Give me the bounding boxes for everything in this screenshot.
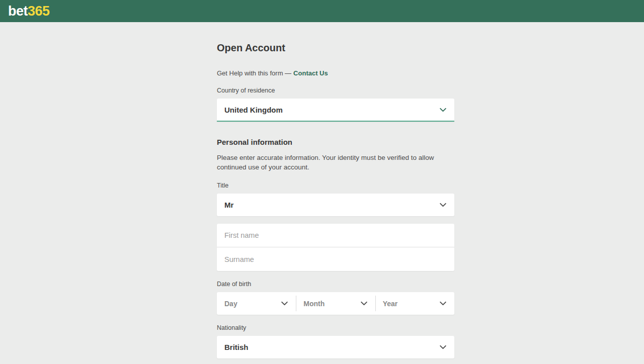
dob-month-value: Month [303, 300, 325, 308]
page-title: Open Account [217, 42, 454, 54]
personal-information-heading: Personal information [217, 138, 454, 146]
first-name-input[interactable] [217, 224, 454, 247]
dob-day-select[interactable]: Day [217, 292, 296, 315]
nationality-select[interactable]: British [217, 336, 454, 358]
title-label: Title [217, 182, 454, 189]
title-select-value: Mr [224, 201, 233, 209]
chevron-down-icon [439, 343, 447, 351]
dob-day-value: Day [224, 300, 237, 308]
nationality-label: Nationality [217, 324, 454, 331]
country-select[interactable]: United Kingdom [217, 99, 454, 122]
logo-text-365: 365 [28, 4, 50, 19]
dob-month-select[interactable]: Month [296, 292, 375, 315]
main-content: Open Account Get Help with this form —Co… [0, 42, 644, 358]
date-of-birth-group: Day Month Year [217, 292, 454, 315]
chevron-down-icon [439, 106, 447, 114]
app-header: bet365 [0, 0, 644, 22]
open-account-form: Open Account Get Help with this form —Co… [217, 42, 454, 358]
chevron-down-icon [439, 201, 447, 209]
chevron-down-icon [439, 299, 447, 308]
dob-year-select[interactable]: Year [375, 292, 454, 315]
nationality-select-value: British [224, 343, 249, 351]
title-select[interactable]: Mr [217, 194, 454, 216]
country-of-residence-label: Country of residence [217, 87, 454, 94]
name-fields-group [217, 224, 454, 271]
surname-input[interactable] [217, 247, 454, 271]
bet365-logo: bet365 [8, 5, 50, 18]
contact-us-link[interactable]: Contact Us [293, 69, 328, 77]
chevron-down-icon [360, 299, 368, 308]
help-line: Get Help with this form —Contact Us [217, 69, 454, 77]
country-select-value: United Kingdom [224, 106, 283, 114]
chevron-down-icon [280, 299, 289, 308]
dob-year-value: Year [383, 300, 398, 308]
personal-information-description: Please enter accurate information. Your … [217, 153, 454, 172]
date-of-birth-label: Date of birth [217, 281, 454, 288]
help-text: Get Help with this form — [217, 69, 291, 77]
logo-text-bet: bet [8, 4, 28, 19]
